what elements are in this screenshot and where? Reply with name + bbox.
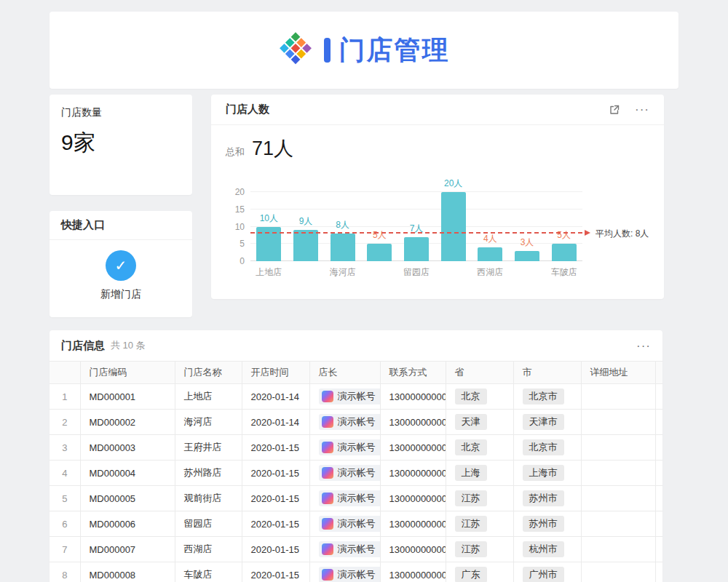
column-header[interactable]: 开店时间 (242, 362, 309, 384)
row-number: 2 (50, 410, 80, 435)
store-name: 车陂店 (175, 562, 242, 582)
column-header[interactable]: 门店名称 (175, 362, 242, 384)
store-name: 王府井店 (175, 435, 242, 461)
store-name: 苏州路店 (175, 461, 242, 486)
address (581, 384, 655, 410)
open-date: 2020-01-15 (242, 562, 309, 582)
store-name: 西湖店 (175, 537, 242, 562)
chart-card-title: 门店人数 (226, 103, 609, 116)
phone: 13000000000 (380, 410, 446, 435)
x-axis-label: 车陂店 (537, 266, 591, 279)
x-axis-label: 西湖店 (463, 266, 518, 279)
manager-chip[interactable]: 演示帐号 (319, 414, 381, 430)
export-icon[interactable] (609, 104, 620, 116)
store-code: MD000002 (80, 410, 175, 435)
manager-chip[interactable]: 演示帐号 (319, 388, 381, 404)
open-date: 2020-01-15 (242, 511, 309, 537)
row-sliver (655, 435, 662, 461)
app-header: 门店管理 (50, 12, 678, 89)
column-header[interactable]: 门店编码 (80, 362, 175, 384)
y-axis-tick: 15 (227, 205, 245, 214)
bar[interactable] (478, 247, 502, 261)
more-icon[interactable]: ··· (635, 103, 649, 116)
store-code: MD000005 (80, 486, 175, 511)
manager-chip[interactable]: 演示帐号 (319, 439, 381, 455)
bar-chart: 0510152010人上地店9人8人海河店5人7人留园店20人4人西湖店3人5人… (250, 192, 582, 261)
store-code: MD000006 (80, 511, 175, 537)
column-header[interactable]: 市 (513, 362, 581, 384)
manager-name: 演示帐号 (338, 517, 376, 530)
bar[interactable] (441, 192, 466, 261)
open-date: 2020-01-14 (242, 410, 309, 435)
province-badge: 广东 (455, 567, 487, 582)
table-row[interactable]: 5MD000005观前街店2020-01-15演示帐号13000000000江苏… (50, 486, 662, 511)
avatar (322, 493, 333, 504)
add-store-label: 新增门店 (100, 288, 141, 301)
open-date: 2020-01-15 (242, 461, 309, 486)
bar-value-label: 20人 (427, 178, 479, 190)
phone: 13000000000 (380, 435, 446, 461)
manager-cell: 演示帐号 (309, 410, 380, 435)
table-more-icon[interactable]: ··· (636, 340, 651, 352)
manager-cell: 演示帐号 (309, 384, 380, 410)
open-date: 2020-01-14 (242, 384, 309, 410)
address (581, 562, 655, 582)
store-name: 海河店 (175, 410, 242, 435)
x-axis-label: 上地店 (242, 266, 296, 279)
manager-chip[interactable]: 演示帐号 (319, 567, 381, 582)
table-row[interactable]: 4MD000004苏州路店2020-01-15演示帐号13000000000上海… (50, 461, 662, 486)
quick-entry-title: 快捷入口 (61, 218, 105, 232)
province-badge-cell: 北京 (446, 435, 513, 461)
table-row[interactable]: 8MD000008车陂店2020-01-15演示帐号13000000000广东广… (50, 562, 662, 582)
manager-chip[interactable]: 演示帐号 (319, 541, 381, 557)
bar[interactable] (515, 251, 539, 261)
store-count-value: 9家 (61, 128, 181, 158)
table-row[interactable]: 1MD000001上地店2020-01-14演示帐号13000000000北京北… (50, 384, 662, 410)
open-date: 2020-01-15 (242, 537, 309, 562)
row-number: 3 (50, 435, 80, 461)
city-badge: 北京市 (523, 388, 564, 404)
manager-name: 演示帐号 (338, 492, 376, 505)
manager-cell: 演示帐号 (309, 537, 380, 562)
store-count-label: 门店数量 (61, 106, 181, 119)
avatar (322, 543, 333, 555)
store-name: 上地店 (175, 384, 242, 410)
row-number: 5 (50, 486, 80, 511)
bar[interactable] (404, 237, 429, 261)
bar-series: 10人上地店9人8人海河店5人7人留园店20人4人西湖店3人5人车陂店 (250, 192, 582, 261)
bar[interactable] (552, 244, 577, 261)
avatar (322, 518, 333, 530)
column-header[interactable]: 详细地址 (581, 362, 655, 384)
column-header[interactable]: 联系方式 (380, 362, 446, 384)
row-number: 8 (50, 562, 80, 582)
average-line: 平均人数: 8人 (250, 232, 582, 234)
bar[interactable] (367, 244, 392, 261)
bar-slot: 8人海河店 (324, 192, 361, 261)
table-record-count: 共 10 条 (111, 339, 146, 352)
column-header[interactable]: 店长 (309, 362, 380, 384)
avatar (322, 391, 333, 402)
column-header-sliver (655, 362, 662, 384)
manager-chip[interactable]: 演示帐号 (319, 516, 381, 532)
bar-slot: 7人留园店 (398, 192, 435, 261)
bar[interactable] (293, 230, 318, 261)
add-store-shortcut[interactable]: ✓ 新增门店 (50, 240, 192, 301)
sum-label: 总和 (226, 146, 245, 159)
manager-name: 演示帐号 (338, 441, 376, 454)
average-line-arrow-icon (585, 230, 590, 236)
table-row[interactable]: 2MD000002海河店2020-01-14演示帐号13000000000天津天… (50, 410, 662, 435)
y-axis-tick: 20 (227, 188, 245, 196)
table-row[interactable]: 3MD000003王府井店2020-01-15演示帐号13000000000北京… (50, 435, 662, 461)
bar[interactable] (331, 234, 355, 261)
sum-value: 71人 (252, 135, 293, 162)
manager-chip[interactable]: 演示帐号 (319, 490, 381, 506)
table-row[interactable]: 6MD000006留园店2020-01-15演示帐号13000000000江苏苏… (50, 511, 662, 537)
bar-slot: 5人车陂店 (545, 192, 582, 261)
column-header[interactable]: 省 (446, 362, 513, 384)
table-row[interactable]: 7MD000007西湖店2020-01-15演示帐号13000000000江苏杭… (50, 537, 662, 562)
city-badge: 苏州市 (523, 516, 564, 532)
check-badge-icon[interactable]: ✓ (106, 250, 136, 281)
manager-name: 演示帐号 (338, 568, 376, 581)
manager-chip[interactable]: 演示帐号 (319, 465, 381, 481)
row-number: 7 (50, 537, 80, 562)
